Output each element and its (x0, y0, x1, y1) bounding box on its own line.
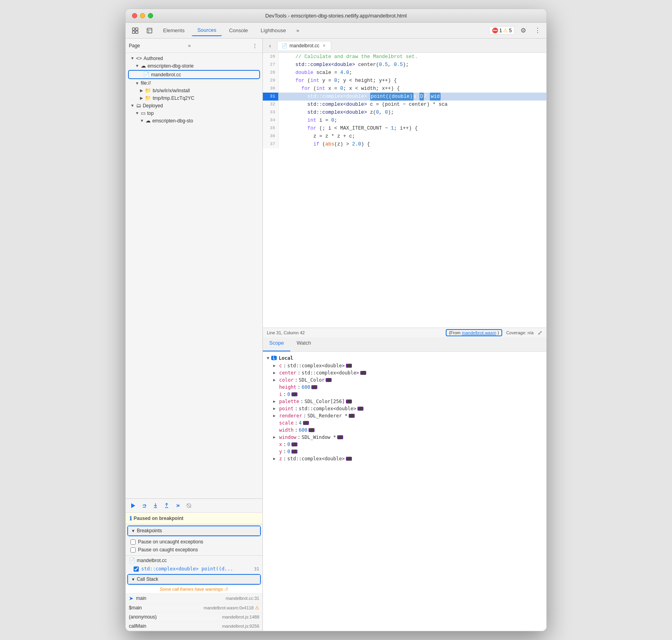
tree-item-authored[interactable]: ▼ <> Authored (126, 54, 262, 62)
sidebar-menu-button[interactable]: ⋮ (251, 41, 259, 50)
step-out-button[interactable] (162, 501, 171, 510)
expand-icon: ▶ (273, 456, 277, 461)
selected-file-outline: 📄 mandelbrot.cc (128, 70, 260, 79)
scope-key: renderer (279, 413, 302, 419)
inspector-icon[interactable] (143, 25, 156, 36)
tab-sources[interactable]: Sources (192, 25, 222, 36)
tab-watch[interactable]: Watch (290, 337, 317, 351)
scope-val: std::complex<double>⬛ (302, 370, 367, 376)
close-tab-button[interactable]: × (321, 43, 327, 48)
navigate-history-button[interactable]: ‹ (264, 40, 276, 51)
tab-elements[interactable]: Elements (157, 25, 190, 36)
scope-item-z[interactable]: ▶ z : std::complex<double>⬛ (263, 455, 546, 462)
scope-key: point (279, 406, 293, 411)
minimize-button[interactable] (140, 13, 145, 18)
line-content: std::complex<double> point((double)x D/ … (279, 93, 546, 101)
settings-button[interactable]: ⚙ (518, 25, 529, 36)
deactivate-button[interactable] (185, 501, 193, 510)
scope-item-x[interactable]: x : 0⬛ (263, 441, 546, 448)
frame-warning-icon: ⚠ (255, 605, 259, 611)
title-bar: DevTools - emscripten-dbg-stories.netlif… (126, 9, 546, 23)
scope-sep: : (295, 420, 297, 426)
scope-item-window[interactable]: ▶ window : SDL_Window *⬛ (263, 434, 546, 441)
breakpoint-file[interactable]: 📄 mandelbrot.cc (126, 556, 262, 565)
line-content: std::complex<double> center(0.5, 0.5); (279, 61, 546, 69)
scope-item-scale[interactable]: scale : 4⬛ (263, 419, 546, 427)
scope-item-center[interactable]: ▶ center : std::complex<double>⬛ (263, 369, 546, 376)
scope-item-width[interactable]: width : 600⬛ (263, 427, 546, 434)
callstack-section-header[interactable]: ▼ Call Stack (128, 575, 260, 584)
main-tab-bar: Elements Sources Console Lighthouse » ⛔ … (126, 23, 546, 39)
more-options-button[interactable]: ⋮ (532, 25, 543, 36)
tree-item-mandelbrot-cc[interactable]: 📄 mandelbrot.cc (129, 71, 259, 78)
tree-item-bsw[interactable]: ▶ 📁 b/s/w/ir/x/w/install (126, 87, 262, 94)
tab-filename: mandelbrot.cc (289, 43, 319, 48)
pause-uncaught-checkbox[interactable] (130, 539, 136, 545)
tab-lighthouse[interactable]: Lighthouse (255, 25, 292, 36)
line-content: std::complex<double> c = (point − center… (279, 101, 546, 109)
debug-toolbar (126, 499, 262, 513)
scope-item-point[interactable]: ▶ point : std::complex<double>⬛ (263, 405, 546, 412)
breakpoint-entry[interactable]: std::complex<double> point((d... 31 (126, 565, 262, 573)
expand-icon: ▶ (273, 413, 277, 418)
pause-caught-option[interactable]: Pause on caught exceptions (126, 546, 262, 554)
from-wasm-badge[interactable]: (From mandelbrot.wasm ) (446, 329, 502, 336)
close-button[interactable] (132, 13, 137, 18)
call-frame-anonymous[interactable]: (anonymous) mandelbrot.js:1488 (126, 613, 262, 622)
tree-item-deployed[interactable]: ▼ 🗂 Deployed (126, 102, 262, 109)
expand-icon (273, 442, 277, 446)
pause-uncaught-option[interactable]: Pause on uncaught exceptions (126, 538, 262, 546)
scope-group-header[interactable]: ▼ L Local (263, 354, 546, 362)
tree-item-emscripten[interactable]: ▼ ☁ emscripten-dbg-storie (126, 62, 262, 70)
scope-sep: : (283, 392, 286, 397)
tab-console[interactable]: Console (223, 25, 254, 36)
scope-item-height[interactable]: height : 600⬛ (263, 384, 546, 391)
scope-item-i[interactable]: i : 0⬛ (263, 391, 546, 398)
paused-info: ℹ Paused on breakpoint (126, 513, 262, 524)
warning-triangle: ⚠ (224, 586, 228, 592)
tree-item-tmp[interactable]: ▶ 📁 tmp/tmp.ELcTq2YC (126, 94, 262, 102)
tab-scope[interactable]: Scope (263, 337, 290, 351)
scope-group-local: ▼ L Local ▶ c : std::complex<double>⬛ ▶ (263, 354, 546, 462)
cursor-icon[interactable] (129, 25, 142, 36)
maximize-button[interactable] (148, 13, 153, 18)
tree-item-file[interactable]: ▼ file:// (126, 80, 262, 87)
call-frame-main[interactable]: ➤ main mandelbrot.cc:31 (126, 593, 262, 603)
file-sidebar: Page » ⋮ ▼ <> Authored ▼ ☁ emscripten-db… (126, 39, 263, 631)
scope-key: height (279, 384, 296, 390)
tree-item-top[interactable]: ▼ ▭ top (126, 109, 262, 117)
cursor-position: Line 31, Column 42 (267, 330, 305, 335)
scope-sep: : (295, 377, 297, 383)
call-frame-dollar-main[interactable]: $main mandelbrot.wasm:0x4118 ⚠ (126, 603, 262, 613)
sidebar-more[interactable]: » (188, 43, 247, 48)
scope-key: window (279, 434, 296, 440)
pause-caught-checkbox[interactable] (130, 547, 136, 553)
code-tab-mandelbrot[interactable]: 📄 mandelbrot.cc × (277, 41, 331, 50)
step-into-button[interactable] (151, 501, 160, 510)
devtools-window: DevTools - emscripten-dbg-stories.netlif… (125, 9, 547, 631)
scope-item-y[interactable]: y : 0⬛ (263, 448, 546, 455)
tree-item-emscripten-deployed[interactable]: ▼ ☁ emscripten-dbg-sto (126, 117, 262, 124)
step-over-button[interactable] (140, 501, 149, 510)
scope-item-palette[interactable]: ▶ palette : SDL_Color[256]⬛ (263, 398, 546, 405)
main-content: Page » ⋮ ▼ <> Authored ▼ ☁ emscripten-db… (126, 39, 546, 631)
code-area[interactable]: 26 // Calculate and draw the Mandelbrot … (263, 53, 546, 328)
breakpoints-section-header[interactable]: ▼ Breakpoints (128, 526, 260, 535)
svg-rect-3 (136, 31, 138, 33)
local-badge: L (271, 356, 277, 360)
from-wasm-link[interactable]: mandelbrot.wasm (462, 330, 496, 335)
call-frame-callmain[interactable]: callMain mandelbrot.js:9256 (126, 622, 262, 631)
more-tabs-button[interactable]: » (293, 25, 302, 36)
code-line-28: 28 double scale = 4.0; (263, 69, 546, 77)
scope-item-color[interactable]: ▶ color : SDL_Color⬛ (263, 376, 546, 384)
scope-val: SDL_Window *⬛ (302, 434, 344, 440)
scope-item-renderer[interactable]: ▶ renderer : SDL_Renderer *⬛ (263, 412, 546, 419)
expand-icon[interactable]: ⤢ (538, 330, 542, 336)
scope-item-c[interactable]: ▶ c : std::complex<double>⬛ (263, 362, 546, 369)
svg-rect-4 (147, 28, 152, 33)
code-line-36: 36 z = z * z + c; (263, 132, 546, 140)
step-button[interactable] (173, 501, 182, 510)
resume-button[interactable] (129, 501, 138, 510)
bp-entry-checkbox[interactable] (134, 566, 139, 572)
svg-rect-1 (136, 28, 138, 30)
